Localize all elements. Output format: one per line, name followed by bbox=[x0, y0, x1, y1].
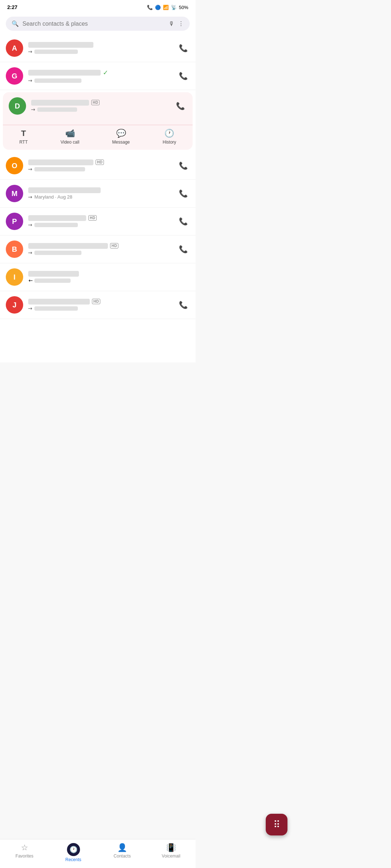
message-button[interactable]: 💬 Message bbox=[112, 129, 130, 145]
call-button[interactable]: 📞 bbox=[177, 69, 190, 82]
message-label: Message bbox=[112, 140, 130, 145]
call-button[interactable]: 📞 bbox=[177, 187, 190, 200]
contact-info: HD ↗ bbox=[28, 243, 172, 256]
phone-icon: 📞 bbox=[147, 5, 153, 10]
call-button[interactable]: 📞 bbox=[177, 298, 190, 311]
contact-date: Maryland · Aug 28 bbox=[34, 194, 72, 200]
sub-bar bbox=[34, 50, 78, 54]
call-direction-icon: ↗ bbox=[27, 166, 34, 173]
history-label: History bbox=[163, 140, 176, 145]
list-item[interactable]: M ↗ Maryland · Aug 28 📞 bbox=[0, 180, 196, 208]
avatar: B bbox=[6, 241, 23, 258]
contact-name-bar bbox=[28, 215, 86, 221]
call-direction-icon: ↗ bbox=[27, 221, 34, 229]
hd-badge: HD bbox=[91, 100, 100, 105]
video-call-label: Video call bbox=[60, 140, 79, 145]
call-direction-icon: ↗ bbox=[27, 48, 34, 55]
message-icon: 💬 bbox=[116, 129, 126, 138]
phone-icon: 📞 bbox=[176, 102, 185, 110]
phone-icon: 📞 bbox=[179, 189, 188, 198]
hd-badge: HD bbox=[110, 243, 118, 248]
sub-bar bbox=[34, 167, 85, 171]
rtt-label: RTT bbox=[19, 140, 28, 145]
list-item[interactable]: O HD ↗ 📞 bbox=[0, 152, 196, 180]
hd-badge: HD bbox=[92, 299, 100, 304]
list-item[interactable]: B HD ↗ 📞 bbox=[0, 235, 196, 263]
call-button[interactable]: 📞 bbox=[177, 215, 190, 228]
avatar: M bbox=[6, 185, 23, 202]
avatar: O bbox=[6, 157, 23, 174]
contact-list: A ↗ 📞 G ✓ ↗ 📞 bbox=[0, 34, 196, 362]
sub-bar bbox=[34, 278, 71, 283]
contact-info: HD ↗ bbox=[28, 159, 172, 172]
call-button[interactable]: 📞 bbox=[177, 42, 190, 55]
contact-name-bar bbox=[28, 299, 90, 305]
sub-bar bbox=[34, 78, 81, 83]
contact-name-bar bbox=[28, 271, 79, 277]
contact-info: HD ↗ bbox=[28, 215, 172, 228]
sub-bar bbox=[34, 306, 78, 311]
mic-icon[interactable]: 🎙 bbox=[169, 21, 175, 27]
history-icon: 🕐 bbox=[164, 129, 174, 138]
verified-icon: ✓ bbox=[103, 69, 108, 77]
contact-name-bar bbox=[28, 243, 108, 249]
phone-icon: 📞 bbox=[179, 161, 188, 170]
avatar: G bbox=[6, 67, 23, 85]
expanded-contact-item[interactable]: D HD ↗ 📞 T RTT 📹 Vide bbox=[3, 92, 193, 150]
avatar: J bbox=[6, 296, 23, 314]
phone-icon: 📞 bbox=[179, 301, 188, 309]
call-direction-icon: ↗ bbox=[30, 106, 37, 113]
list-item[interactable]: G ✓ ↗ 📞 bbox=[0, 62, 196, 90]
sub-bar bbox=[34, 223, 78, 227]
search-icon: 🔍 bbox=[12, 20, 19, 27]
call-button[interactable]: 📞 bbox=[174, 99, 187, 112]
wifi-icon: 📶 bbox=[163, 5, 169, 10]
call-button[interactable]: 📞 bbox=[177, 243, 190, 256]
phone-icon: 📞 bbox=[179, 44, 188, 52]
rtt-icon: T bbox=[21, 129, 26, 138]
contact-info: ↗ bbox=[28, 271, 172, 284]
call-direction-icon: ↗ bbox=[27, 277, 34, 284]
contact-name-bar bbox=[28, 70, 101, 76]
avatar: A bbox=[6, 39, 23, 57]
contact-info: HD ↗ bbox=[31, 100, 169, 112]
sub-bar bbox=[34, 251, 81, 255]
status-bar: 2:27 📞 🔵 📶 📡 50% bbox=[0, 0, 196, 13]
search-input[interactable] bbox=[22, 21, 165, 27]
status-time: 2:27 bbox=[7, 4, 17, 10]
call-direction-icon: ↗ bbox=[27, 193, 34, 201]
contact-name-bar bbox=[28, 159, 93, 165]
call-direction-icon: ↗ bbox=[27, 305, 34, 312]
contact-info: ✓ ↗ bbox=[28, 69, 172, 84]
hd-badge: HD bbox=[96, 159, 104, 165]
avatar: D bbox=[9, 97, 26, 115]
rtt-button[interactable]: T RTT bbox=[19, 129, 28, 145]
video-call-button[interactable]: 📹 Video call bbox=[60, 129, 79, 145]
list-item[interactable]: J HD ↗ 📞 bbox=[0, 291, 196, 319]
list-item[interactable]: P HD ↗ 📞 bbox=[0, 208, 196, 235]
bluetooth-icon: 🔵 bbox=[155, 5, 161, 10]
contact-actions: T RTT 📹 Video call 💬 Message 🕐 History bbox=[3, 125, 193, 150]
search-input-wrap[interactable]: 🔍 🎙 ⋮ bbox=[6, 17, 190, 31]
avatar: I bbox=[6, 268, 23, 286]
hd-badge: HD bbox=[88, 215, 97, 221]
contact-name-bar bbox=[28, 187, 101, 193]
phone-icon: 📞 bbox=[179, 245, 188, 254]
list-item[interactable]: A ↗ 📞 bbox=[0, 34, 196, 62]
phone-icon: 📞 bbox=[179, 217, 188, 226]
battery-icon: 50% bbox=[179, 5, 188, 10]
phone-icon: 📞 bbox=[179, 72, 188, 80]
status-icons: 📞 🔵 📶 📡 50% bbox=[147, 5, 188, 10]
history-button[interactable]: 🕐 History bbox=[163, 129, 176, 145]
sub-bar bbox=[37, 107, 77, 112]
contact-name-bar bbox=[28, 42, 93, 48]
signal-icon: 📡 bbox=[171, 5, 177, 10]
contact-info: ↗ Maryland · Aug 28 bbox=[28, 187, 172, 200]
more-options-icon[interactable]: ⋮ bbox=[178, 20, 184, 27]
call-button[interactable]: 📞 bbox=[177, 159, 190, 172]
list-item[interactable]: I ↗ bbox=[0, 263, 196, 291]
call-button[interactable] bbox=[177, 271, 190, 284]
search-bar: 🔍 🎙 ⋮ bbox=[0, 13, 196, 34]
contact-info: HD ↗ bbox=[28, 299, 172, 311]
avatar: P bbox=[6, 213, 23, 230]
